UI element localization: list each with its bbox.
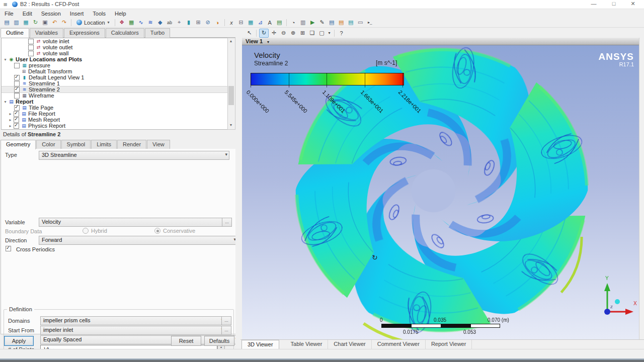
render-mode-caret-icon[interactable]: ▾ <box>327 29 332 37</box>
tab-expressions[interactable]: Expressions <box>64 28 105 38</box>
tree-item-volute-inlet[interactable]: ⇄ volute inlet <box>2 38 228 44</box>
save-state-icon[interactable]: ▥ <box>12 19 21 27</box>
tab-limits[interactable]: Limits <box>91 140 117 149</box>
tab-chart-viewer[interactable]: Chart Viewer <box>328 340 371 349</box>
save-project-icon[interactable]: ▦ <box>22 19 30 27</box>
volume-rendering-icon[interactable]: ◆ <box>156 19 165 27</box>
tab-table-viewer[interactable]: Table Viewer <box>285 340 329 349</box>
location-dropdown[interactable]: Location ▾ <box>74 18 112 27</box>
select-icon[interactable]: ↖ <box>245 29 254 37</box>
tab-3d-viewer[interactable]: 3D Viewer <box>242 340 279 350</box>
rotate-icon[interactable]: ↻ <box>259 29 269 38</box>
tree-item-report[interactable]: ▾ ▤ Report <box>2 99 228 105</box>
report-refresh-icon[interactable]: ▤ <box>328 19 336 27</box>
calculator-icon[interactable]: ⊟ <box>237 19 246 27</box>
panel-splitter[interactable] <box>235 28 242 349</box>
redo-icon[interactable]: ↷ <box>60 19 68 27</box>
radio-icon[interactable] <box>83 228 89 234</box>
tree-item-volute-outlet[interactable]: ⇄ volute outlet <box>2 44 228 50</box>
menu-help[interactable]: Help <box>110 11 131 17</box>
tab-view[interactable]: View <box>147 140 170 149</box>
render-mode-icon[interactable]: ▢ <box>317 29 326 37</box>
maximize-button[interactable]: □ <box>606 0 621 8</box>
print-icon[interactable]: ▭ <box>356 19 365 27</box>
zoom-out-icon[interactable]: ⊖ <box>279 29 288 37</box>
scroll-down-icon[interactable]: ▼ <box>228 122 234 128</box>
cross-periodics-checkbox[interactable]: Cross Periodics <box>5 246 55 252</box>
start-from-dropdown[interactable]: impeler inlet <box>40 326 225 335</box>
streamline-icon[interactable]: ∿ <box>137 19 145 27</box>
table-icon[interactable]: ▦ <box>247 19 255 27</box>
tree-checkbox[interactable] <box>14 93 20 99</box>
tab-variables[interactable]: Variables <box>30 28 63 38</box>
instance-transform-icon[interactable]: ⊞ <box>194 19 203 27</box>
tab-comment-viewer[interactable]: Comment Viewer <box>372 340 426 349</box>
hybrid-radio[interactable]: Hybrid <box>83 228 107 234</box>
domains-more-button[interactable]: ... <box>221 316 231 325</box>
view-tab[interactable]: View 1 ▾ <box>242 38 639 45</box>
coord-frame-icon[interactable]: ⌖ <box>175 19 184 27</box>
snapshot-icon[interactable]: ▣ <box>41 19 49 27</box>
tree-checkbox[interactable] <box>28 45 34 50</box>
tree-item-streamline-1[interactable]: ≋ Streamline 1 <box>2 80 228 86</box>
tree-item-physics-report[interactable]: ▸ ▤ Physics Report <box>2 123 228 129</box>
tree-checkbox[interactable] <box>28 51 34 56</box>
tree-checkbox[interactable] <box>14 123 19 129</box>
tree-item-mesh-report[interactable]: ▸ ▤ Mesh Report <box>2 117 228 123</box>
contour-icon[interactable]: ▦ <box>127 19 136 27</box>
tree-item-file-report[interactable]: ▸ ▤ File Report <box>2 111 228 117</box>
tab-report-viewer[interactable]: Report Viewer <box>426 340 472 349</box>
start-from-more-button[interactable]: ... <box>221 326 231 335</box>
tree-item-default-legend[interactable]: ▮ Default Legend View 1 <box>2 74 228 80</box>
scroll-thumb[interactable] <box>228 86 234 105</box>
expander-closed-icon[interactable]: ▸ <box>8 124 13 128</box>
conservative-radio[interactable]: Conservative <box>154 228 195 234</box>
animation-icon[interactable]: ▥ <box>299 19 307 27</box>
viewport-3d[interactable]: Velocity Streamline 2 [m s^-1] 0.000e+00… <box>242 45 639 339</box>
tree-checkbox[interactable] <box>14 75 20 80</box>
tab-outline[interactable]: Outline <box>1 28 29 38</box>
particle-track-icon[interactable]: ≋ <box>146 19 155 27</box>
checkbox-checked-icon[interactable] <box>6 246 11 251</box>
defaults-button[interactable]: Defaults <box>204 336 234 346</box>
zoom-box-icon[interactable]: ⊞ <box>298 29 307 37</box>
type-dropdown[interactable]: 3D Streamline <box>39 151 229 160</box>
refresh-icon[interactable]: ↻ <box>31 19 40 27</box>
tree-item-streamline-2[interactable]: ≋ Streamline 2 <box>2 86 228 93</box>
tab-render[interactable]: Render <box>117 140 146 149</box>
report-view-icon[interactable]: ▤ <box>347 19 355 27</box>
color-map-icon[interactable]: ◑ <box>213 19 222 27</box>
tree-item-user-locations[interactable]: ▾ ◉ User Locations and Plots <box>2 56 228 62</box>
report-template-icon[interactable]: ▤ <box>275 19 284 27</box>
variable-dropdown[interactable]: Velocity <box>39 218 229 227</box>
apply-button[interactable]: Apply <box>4 336 34 346</box>
expander-closed-icon[interactable]: ▸ <box>8 112 13 116</box>
tree-checkbox[interactable] <box>28 39 34 44</box>
direction-dropdown[interactable]: Forward <box>39 236 238 245</box>
tree-checkbox[interactable] <box>14 63 20 68</box>
clip-plane-icon[interactable]: ⊘ <box>204 19 212 27</box>
load-results-icon[interactable]: ▤ <box>3 19 11 27</box>
fit-view-icon[interactable]: ❏ <box>308 29 316 37</box>
undo-icon[interactable]: ↶ <box>50 19 59 27</box>
tree-scrollbar[interactable]: ▲ ▼ <box>227 38 235 130</box>
timestep-icon[interactable]: ◔ <box>289 19 298 27</box>
menu-tools[interactable]: Tools <box>88 11 110 17</box>
variable-more-button[interactable]: ... <box>222 218 232 227</box>
menu-session[interactable]: Session <box>37 11 65 17</box>
domains-dropdown[interactable]: impeller prism cells <box>40 316 225 325</box>
close-button[interactable]: ✕ <box>625 0 640 8</box>
expressions-icon[interactable]: x <box>227 19 236 27</box>
chart-icon[interactable]: ⊿ <box>256 19 265 27</box>
scroll-up-icon[interactable]: ▲ <box>228 38 234 44</box>
minimize-button[interactable]: — <box>586 0 601 8</box>
menu-edit[interactable]: Edit <box>18 11 37 17</box>
zoom-in-icon[interactable]: ⊕ <box>289 29 297 37</box>
reset-button[interactable]: Reset <box>171 336 201 346</box>
tab-geometry[interactable]: Geometry <box>1 140 36 149</box>
text-label-icon[interactable]: ab <box>166 19 174 27</box>
menu-file[interactable]: File <box>0 11 18 17</box>
expander-closed-icon[interactable]: ▸ <box>8 118 13 122</box>
command-editor-icon[interactable]: ▸_ <box>366 19 374 27</box>
tree-item-pressure[interactable]: ▦ pressure <box>2 62 228 68</box>
